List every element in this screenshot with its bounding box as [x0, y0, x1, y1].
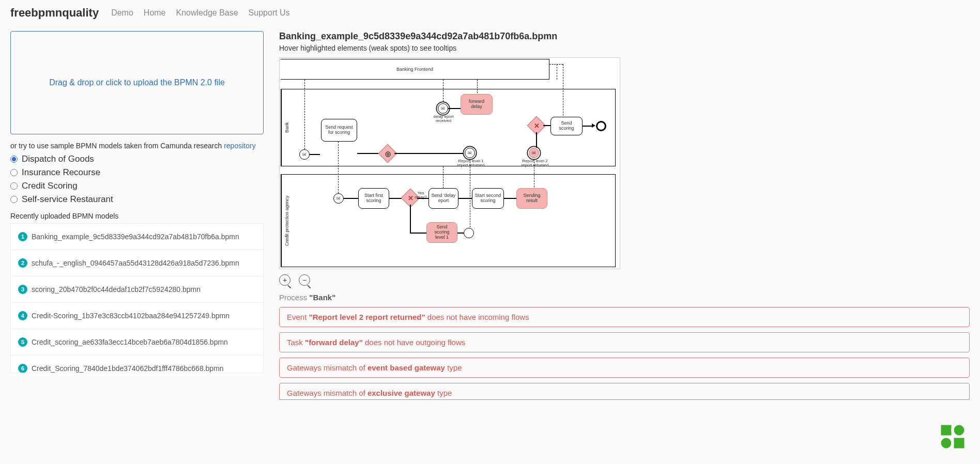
end-event-cpa-icon: [464, 228, 474, 238]
zoom-controls: + −: [279, 274, 970, 286]
start-event-cpa-icon: ✉: [333, 193, 344, 204]
process-heading: Process "Bank": [279, 293, 970, 302]
upload-dropzone[interactable]: Drag & drop or click to upload the BPMN …: [10, 31, 264, 134]
recent-badge: 5: [18, 337, 27, 347]
task-sending-result: Sending result: [516, 188, 547, 209]
task-send-scoring: Send scoring: [550, 117, 583, 135]
issue-item: Event "Report level 2 report returned" d…: [279, 307, 970, 327]
nav-support[interactable]: Support Us: [249, 8, 290, 18]
sample-insurance[interactable]: Insurance Recourse: [10, 167, 264, 178]
bpmn-diagram[interactable]: Banking Frontend Bank Credit protection …: [279, 57, 620, 269]
task-start-second: Start second scoring: [472, 188, 504, 209]
recent-badge: 1: [18, 232, 27, 241]
nav-kb[interactable]: Knowledge Base: [176, 8, 238, 18]
brand: freebpmnquality: [10, 6, 99, 20]
nav-demo[interactable]: Demo: [111, 8, 133, 18]
recent-item[interactable]: 5Credit_scoring_ae633fa3ecc14bceb7aeb6a7…: [11, 329, 263, 355]
samples-intro: or try to use sample BPMN models taken f…: [10, 142, 264, 150]
event-delay-received-icon: ✉: [438, 103, 448, 114]
sample-credit[interactable]: Credit Scoring: [10, 181, 264, 191]
label-report-l2: Report level 2 report returned: [520, 159, 549, 167]
samples-intro-text: or try to use sample BPMN models taken f…: [10, 142, 224, 150]
nav: Demo Home Knowledge Base Support Us: [111, 8, 290, 18]
end-event-icon: [596, 121, 606, 131]
file-title: Banking_example_9c5d8339e9a344cd92a7ab48…: [279, 31, 970, 42]
event-report-l2-icon: ✉: [529, 148, 539, 158]
pool-frontend: Banking Frontend: [281, 59, 549, 80]
label-report-l1: Report level 1 report returned: [456, 159, 485, 167]
hover-hint: Hover highlighted elements (weak spots) …: [279, 44, 970, 52]
sample-dispatch[interactable]: Dispatch of Goods: [10, 154, 264, 164]
task-send-scoring-l1: Send scoring level 1: [426, 222, 457, 243]
label-delay-received: delay eport received: [432, 115, 455, 123]
task-start-first: Start first scoring: [358, 188, 389, 209]
topbar: freebpmnquality Demo Home Knowledge Base…: [0, 0, 980, 26]
recent-badge: 3: [18, 285, 27, 294]
recent-badge: 2: [18, 258, 27, 268]
pool-cpa-label: Credit protection agency: [281, 175, 292, 267]
recent-item[interactable]: 1Banking_example_9c5d8339e9a344cd92a7ab4…: [11, 224, 263, 250]
recent-item[interactable]: 2schufa_-_english_0946457aa55d43128d426a…: [11, 250, 263, 276]
recent-item[interactable]: 3scoring_20b470b2f0c44dedaf1cb2f7c592428…: [11, 276, 263, 303]
issue-item: Task "forward delay" does not have outgo…: [279, 332, 970, 352]
recent-item[interactable]: 6Credit_Scoring_7840de1bde374062bdf1fff4…: [11, 355, 263, 373]
task-forward-delay: forward delay: [461, 94, 493, 115]
recent-item[interactable]: 4Credit-Scoring_1b37e3c83ccb4102baa284e9…: [11, 303, 263, 329]
pool-frontend-label: Banking Frontend: [281, 59, 549, 79]
repository-link[interactable]: repository: [224, 142, 255, 150]
pool-bank-label: Bank: [281, 89, 292, 166]
recent-badge: 4: [18, 311, 27, 320]
recent-heading: Recently uploaded BPMN models: [10, 212, 264, 220]
sample-restaurant[interactable]: Self-service Restaurant: [10, 194, 264, 205]
recent-list[interactable]: 1Banking_example_9c5d8339e9a344cd92a7ab4…: [10, 223, 264, 373]
start-event-icon: ✉: [299, 149, 310, 160]
nav-home[interactable]: Home: [144, 8, 166, 18]
event-report-l1-icon: ✉: [465, 148, 475, 158]
issue-item: Gateways mismatch of event based gateway…: [279, 358, 970, 378]
zoom-in-button[interactable]: +: [279, 274, 290, 286]
task-send-request: Send request for scoring: [321, 119, 357, 142]
issue-item: Gateways mismatch of exclusive gateway t…: [279, 383, 970, 400]
task-send-delay: Send 'delay eport: [428, 188, 458, 209]
zoom-out-button[interactable]: −: [299, 274, 310, 286]
recent-badge: 6: [18, 364, 27, 373]
